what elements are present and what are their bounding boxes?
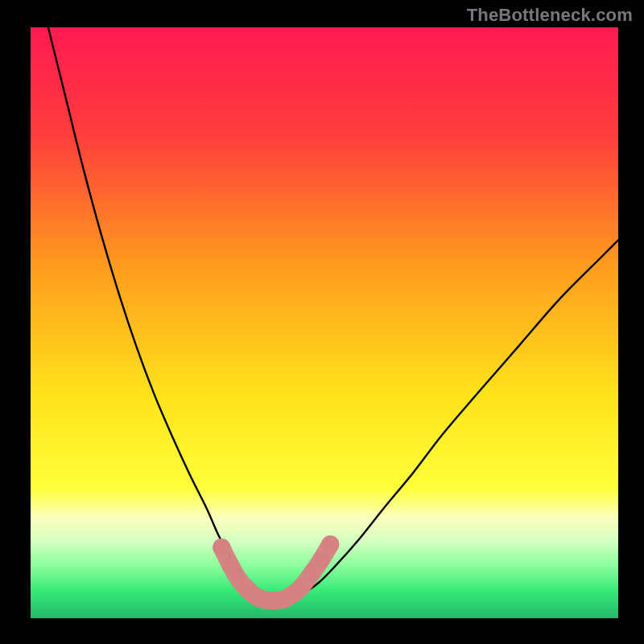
marker-dot <box>312 551 330 568</box>
chart-stage: TheBottleneck.com <box>0 0 644 644</box>
chart-svg <box>0 0 644 644</box>
plot-background <box>31 27 618 618</box>
marker-dot <box>321 535 339 553</box>
watermark-text: TheBottleneck.com <box>467 5 633 26</box>
marker-dot <box>221 556 239 574</box>
marker-dot <box>213 539 230 556</box>
marker-dot <box>292 579 310 597</box>
